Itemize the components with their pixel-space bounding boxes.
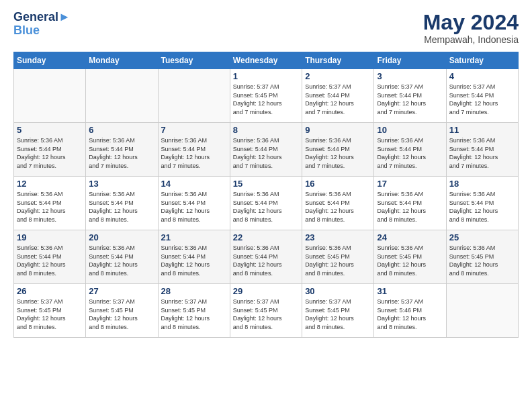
week-row-4: 19Sunrise: 5:36 AM Sunset: 5:44 PM Dayli…	[14, 230, 519, 284]
day-number: 1	[233, 71, 299, 81]
day-number: 19	[17, 232, 83, 242]
day-cell: 24Sunrise: 5:36 AM Sunset: 5:45 PM Dayli…	[374, 230, 446, 284]
day-number: 8	[233, 125, 299, 135]
week-row-3: 12Sunrise: 5:36 AM Sunset: 5:44 PM Dayli…	[14, 177, 519, 230]
day-info: Sunrise: 5:36 AM Sunset: 5:44 PM Dayligh…	[161, 244, 227, 277]
day-number: 18	[449, 179, 515, 189]
day-info: Sunrise: 5:36 AM Sunset: 5:44 PM Dayligh…	[233, 136, 299, 170]
day-cell: 6Sunrise: 5:36 AM Sunset: 5:44 PM Daylig…	[86, 123, 158, 177]
day-number: 22	[233, 232, 299, 242]
day-number: 11	[449, 125, 515, 135]
day-cell: 25Sunrise: 5:36 AM Sunset: 5:45 PM Dayli…	[446, 230, 518, 284]
day-number: 4	[449, 71, 515, 81]
week-row-1: 1Sunrise: 5:37 AM Sunset: 5:45 PM Daylig…	[14, 69, 519, 123]
day-cell: 31Sunrise: 5:37 AM Sunset: 5:46 PM Dayli…	[374, 284, 446, 338]
day-info: Sunrise: 5:36 AM Sunset: 5:44 PM Dayligh…	[17, 136, 83, 170]
day-number: 27	[89, 286, 154, 296]
day-cell: 16Sunrise: 5:36 AM Sunset: 5:44 PM Dayli…	[302, 177, 374, 230]
day-cell: 23Sunrise: 5:36 AM Sunset: 5:45 PM Dayli…	[302, 230, 374, 284]
day-cell: 20Sunrise: 5:36 AM Sunset: 5:44 PM Dayli…	[86, 230, 158, 284]
day-info: Sunrise: 5:36 AM Sunset: 5:44 PM Dayligh…	[449, 136, 515, 170]
day-cell: 26Sunrise: 5:37 AM Sunset: 5:45 PM Dayli…	[14, 284, 86, 338]
day-info: Sunrise: 5:37 AM Sunset: 5:45 PM Dayligh…	[305, 298, 371, 331]
title-section: May 2024 Mempawah, Indonesia	[423, 11, 519, 45]
logo-blue-text: Blue	[13, 24, 71, 38]
day-info: Sunrise: 5:36 AM Sunset: 5:44 PM Dayligh…	[377, 136, 443, 170]
day-info: Sunrise: 5:37 AM Sunset: 5:45 PM Dayligh…	[233, 83, 299, 116]
day-info: Sunrise: 5:36 AM Sunset: 5:44 PM Dayligh…	[449, 190, 515, 224]
day-cell: 14Sunrise: 5:36 AM Sunset: 5:44 PM Dayli…	[158, 177, 230, 230]
day-info: Sunrise: 5:37 AM Sunset: 5:46 PM Dayligh…	[377, 298, 443, 331]
day-info: Sunrise: 5:36 AM Sunset: 5:45 PM Dayligh…	[305, 244, 371, 277]
day-number: 25	[449, 232, 515, 242]
day-cell	[446, 284, 518, 338]
day-cell: 4Sunrise: 5:37 AM Sunset: 5:44 PM Daylig…	[446, 69, 518, 123]
day-number: 7	[161, 125, 227, 135]
day-cell: 28Sunrise: 5:37 AM Sunset: 5:45 PM Dayli…	[158, 284, 230, 338]
day-cell: 9Sunrise: 5:36 AM Sunset: 5:44 PM Daylig…	[302, 123, 374, 177]
day-info: Sunrise: 5:36 AM Sunset: 5:44 PM Dayligh…	[377, 190, 443, 224]
weekday-header-wednesday: Wednesday	[230, 52, 302, 69]
day-cell: 30Sunrise: 5:37 AM Sunset: 5:45 PM Dayli…	[302, 284, 374, 338]
day-cell: 29Sunrise: 5:37 AM Sunset: 5:45 PM Dayli…	[230, 284, 302, 338]
weekday-header-row: SundayMondayTuesdayWednesdayThursdayFrid…	[14, 52, 519, 69]
day-cell: 5Sunrise: 5:36 AM Sunset: 5:44 PM Daylig…	[14, 123, 86, 177]
day-cell: 7Sunrise: 5:36 AM Sunset: 5:44 PM Daylig…	[158, 123, 230, 177]
day-info: Sunrise: 5:37 AM Sunset: 5:45 PM Dayligh…	[17, 298, 83, 331]
day-number: 2	[305, 71, 371, 81]
logo-text: General►	[13, 11, 71, 24]
calendar-table: SundayMondayTuesdayWednesdayThursdayFrid…	[13, 52, 519, 338]
day-number: 17	[377, 179, 443, 189]
day-number: 10	[377, 125, 443, 135]
day-number: 24	[377, 232, 443, 242]
day-cell: 17Sunrise: 5:36 AM Sunset: 5:44 PM Dayli…	[374, 177, 446, 230]
day-number: 23	[305, 232, 371, 242]
week-row-2: 5Sunrise: 5:36 AM Sunset: 5:44 PM Daylig…	[14, 123, 519, 177]
day-info: Sunrise: 5:37 AM Sunset: 5:44 PM Dayligh…	[305, 83, 371, 116]
day-info: Sunrise: 5:37 AM Sunset: 5:45 PM Dayligh…	[89, 298, 154, 331]
location: Mempawah, Indonesia	[423, 34, 519, 45]
day-number: 12	[17, 179, 83, 189]
day-cell: 11Sunrise: 5:36 AM Sunset: 5:44 PM Dayli…	[446, 123, 518, 177]
day-info: Sunrise: 5:36 AM Sunset: 5:44 PM Dayligh…	[89, 190, 154, 224]
day-info: Sunrise: 5:36 AM Sunset: 5:44 PM Dayligh…	[161, 190, 227, 224]
day-info: Sunrise: 5:36 AM Sunset: 5:45 PM Dayligh…	[449, 244, 515, 277]
day-number: 30	[305, 286, 371, 296]
week-row-5: 26Sunrise: 5:37 AM Sunset: 5:45 PM Dayli…	[14, 284, 519, 338]
day-cell	[14, 69, 86, 123]
day-number: 29	[233, 286, 299, 296]
day-cell: 21Sunrise: 5:36 AM Sunset: 5:44 PM Dayli…	[158, 230, 230, 284]
day-info: Sunrise: 5:37 AM Sunset: 5:45 PM Dayligh…	[161, 298, 227, 331]
weekday-header-friday: Friday	[374, 52, 446, 69]
day-number: 21	[161, 232, 227, 242]
day-number: 31	[377, 286, 443, 296]
day-number: 16	[305, 179, 371, 189]
weekday-header-tuesday: Tuesday	[158, 52, 230, 69]
day-cell: 10Sunrise: 5:36 AM Sunset: 5:44 PM Dayli…	[374, 123, 446, 177]
calendar-page: General► Blue May 2024 Mempawah, Indones…	[0, 0, 532, 411]
day-info: Sunrise: 5:36 AM Sunset: 5:44 PM Dayligh…	[305, 190, 371, 224]
day-cell: 27Sunrise: 5:37 AM Sunset: 5:45 PM Dayli…	[86, 284, 158, 338]
weekday-header-thursday: Thursday	[302, 52, 374, 69]
day-number: 15	[233, 179, 299, 189]
day-info: Sunrise: 5:36 AM Sunset: 5:44 PM Dayligh…	[233, 190, 299, 224]
day-number: 28	[161, 286, 227, 296]
day-number: 13	[89, 179, 154, 189]
day-cell: 19Sunrise: 5:36 AM Sunset: 5:44 PM Dayli…	[14, 230, 86, 284]
day-cell: 8Sunrise: 5:36 AM Sunset: 5:44 PM Daylig…	[230, 123, 302, 177]
day-info: Sunrise: 5:36 AM Sunset: 5:44 PM Dayligh…	[161, 136, 227, 170]
day-info: Sunrise: 5:36 AM Sunset: 5:44 PM Dayligh…	[17, 244, 83, 277]
day-info: Sunrise: 5:37 AM Sunset: 5:45 PM Dayligh…	[233, 298, 299, 331]
day-info: Sunrise: 5:36 AM Sunset: 5:44 PM Dayligh…	[305, 136, 371, 170]
day-info: Sunrise: 5:36 AM Sunset: 5:44 PM Dayligh…	[233, 244, 299, 277]
day-number: 26	[17, 286, 83, 296]
day-number: 9	[305, 125, 371, 135]
day-info: Sunrise: 5:36 AM Sunset: 5:44 PM Dayligh…	[89, 136, 154, 170]
day-cell	[86, 69, 158, 123]
day-info: Sunrise: 5:37 AM Sunset: 5:44 PM Dayligh…	[377, 83, 443, 116]
weekday-header-saturday: Saturday	[446, 52, 518, 69]
header: General► Blue May 2024 Mempawah, Indones…	[13, 11, 519, 45]
weekday-header-sunday: Sunday	[14, 52, 86, 69]
day-cell: 2Sunrise: 5:37 AM Sunset: 5:44 PM Daylig…	[302, 69, 374, 123]
day-cell: 22Sunrise: 5:36 AM Sunset: 5:44 PM Dayli…	[230, 230, 302, 284]
